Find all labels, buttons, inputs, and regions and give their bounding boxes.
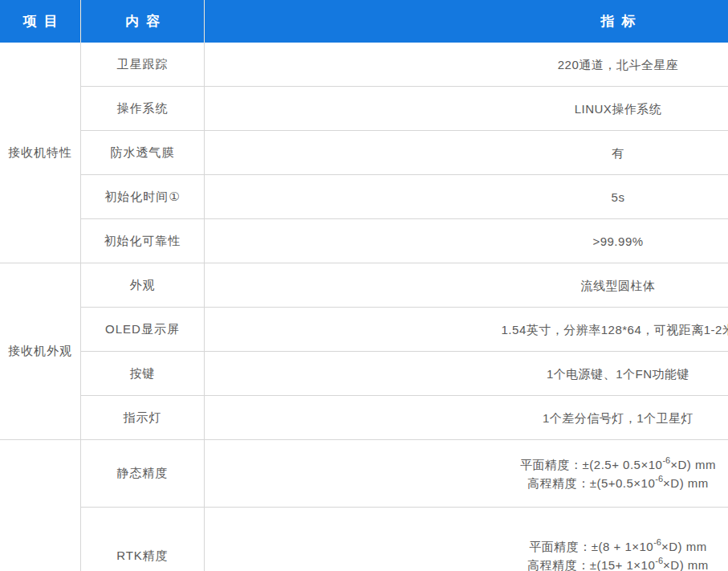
item-group-cell: 接收机特性 — [0, 43, 80, 263]
spec-line: LINUX操作系统 — [205, 100, 728, 118]
spec-table: 项目 内容 指标 接收机特性卫星跟踪220通道，北斗全星座操作系统LINUX操作… — [0, 0, 728, 571]
col-header-content: 内容 — [80, 0, 205, 43]
spec-line: >99.99% — [205, 232, 728, 251]
table-row: 初始化可靠性>99.99% — [0, 219, 728, 263]
content-cell: 按键 — [80, 352, 205, 396]
content-cell: 初始化可靠性 — [80, 219, 205, 263]
content-cell: 静态精度 — [80, 440, 205, 508]
content-cell: 外观 — [80, 263, 205, 308]
content-cell: 防水透气膜 — [80, 131, 205, 175]
spec-line: 平面精度：±(8 + 1×10-6×D) mm — [205, 537, 728, 556]
item-group-cell: 接收机外观 — [0, 263, 80, 440]
superscript: -6 — [655, 474, 663, 483]
spec-line: 5s — [205, 188, 728, 206]
table-row: 防水透气膜有 — [0, 131, 728, 175]
spec-line: 有 — [205, 144, 728, 162]
table-row: RTK精度平面精度：±(8 + 1×10-6×D) mm高程精度：±(15+ 1… — [0, 508, 728, 571]
content-cell: 操作系统 — [80, 87, 205, 131]
spec-line: 高程精度：±(5+0.5×10-6×D) mm — [205, 474, 728, 492]
spec-line: 平面精度：±(2.5+ 0.5×10-6×D) mm — [205, 455, 728, 474]
spec-line: 1个差分信号灯，1个卫星灯 — [205, 409, 728, 427]
spec-cell: 平面精度：±(2.5+ 0.5×10-6×D) mm高程精度：±(5+0.5×1… — [205, 440, 728, 508]
table-row: 初始化时间①5s — [0, 175, 728, 219]
table-row: 按键1个电源键、1个FN功能键 — [0, 352, 728, 396]
table-row: 指示灯1个差分信号灯，1个卫星灯 — [0, 396, 728, 440]
spec-cell: 流线型圆柱体 — [205, 263, 728, 308]
spec-cell: 1个电源键、1个FN功能键 — [205, 352, 728, 396]
superscript: -6 — [655, 556, 663, 565]
spec-line: 220通道，北斗全星座 — [205, 55, 728, 74]
superscript: -6 — [662, 455, 670, 465]
spec-cell: 220通道，北斗全星座 — [205, 43, 728, 87]
header-row: 项目 内容 指标 — [0, 0, 728, 43]
spec-line: 1.54英寸，分辨率128*64，可视距离1-2米 — [205, 320, 728, 339]
spec-cell: 5s — [205, 175, 728, 219]
table-row: OLED显示屏1.54英寸，分辨率128*64，可视距离1-2米 — [0, 308, 728, 352]
table-row: 静态精度平面精度：±(2.5+ 0.5×10-6×D) mm高程精度：±(5+0… — [0, 440, 728, 508]
spec-table-body: 接收机特性卫星跟踪220通道，北斗全星座操作系统LINUX操作系统防水透气膜有初… — [0, 43, 728, 571]
col-header-item: 项目 — [0, 0, 80, 43]
spec-cell: >99.99% — [205, 219, 728, 263]
spec-cell: LINUX操作系统 — [205, 87, 728, 131]
table-row: 操作系统LINUX操作系统 — [0, 87, 728, 131]
content-cell: 指示灯 — [80, 396, 205, 440]
spec-cell: 有 — [205, 131, 728, 175]
item-group-cell — [0, 440, 80, 571]
spec-cell: 1.54英寸，分辨率128*64，可视距离1-2米 — [205, 308, 728, 352]
spec-line: 高程精度：±(15+ 1×10-6×D) mm — [205, 556, 728, 571]
spec-line: 流线型圆柱体 — [205, 276, 728, 295]
superscript: -6 — [653, 537, 661, 547]
content-cell: OLED显示屏 — [80, 308, 205, 352]
content-cell: 卫星跟踪 — [80, 43, 205, 87]
table-row: 接收机特性卫星跟踪220通道，北斗全星座 — [0, 43, 728, 87]
spec-cell: 平面精度：±(8 + 1×10-6×D) mm高程精度：±(15+ 1×10-6… — [205, 508, 728, 571]
table-row: 接收机外观外观流线型圆柱体 — [0, 263, 728, 308]
spec-cell: 1个差分信号灯，1个卫星灯 — [205, 396, 728, 440]
content-cell: RTK精度 — [80, 508, 205, 571]
spec-line: 1个电源键、1个FN功能键 — [205, 365, 728, 383]
col-header-spec: 指标 — [205, 0, 728, 43]
content-cell: 初始化时间① — [80, 175, 205, 219]
spec-sheet: 项目 内容 指标 接收机特性卫星跟踪220通道，北斗全星座操作系统LINUX操作… — [0, 0, 728, 571]
